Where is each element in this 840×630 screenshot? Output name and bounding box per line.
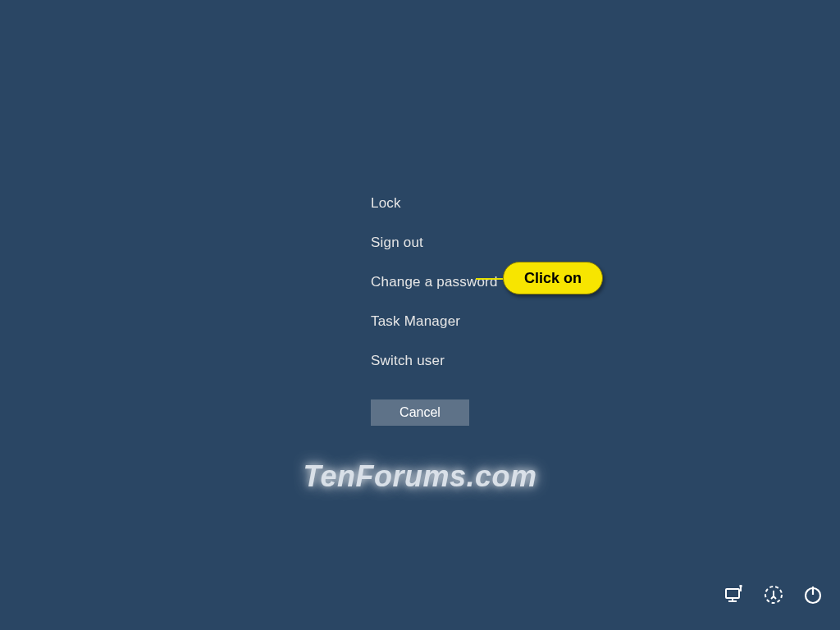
watermark-text: TenForums.com — [303, 459, 536, 494]
cancel-button[interactable]: Cancel — [371, 399, 469, 426]
menu-item-change-password[interactable]: Change a password — [371, 274, 498, 290]
svg-rect-4 — [740, 585, 742, 587]
ease-of-access-icon[interactable] — [763, 584, 784, 605]
power-icon[interactable] — [802, 584, 824, 605]
menu-item-lock[interactable]: Lock — [371, 195, 498, 212]
network-icon[interactable] — [724, 584, 745, 605]
menu-item-sign-out[interactable]: Sign out — [371, 235, 498, 251]
menu-item-task-manager[interactable]: Task Manager — [371, 313, 498, 330]
callout-bubble: Click on — [503, 262, 603, 294]
svg-rect-0 — [726, 589, 739, 598]
menu-item-switch-user[interactable]: Switch user — [371, 353, 498, 369]
security-options-menu: Lock Sign out Change a password Task Man… — [371, 195, 498, 392]
system-tray — [724, 584, 824, 605]
